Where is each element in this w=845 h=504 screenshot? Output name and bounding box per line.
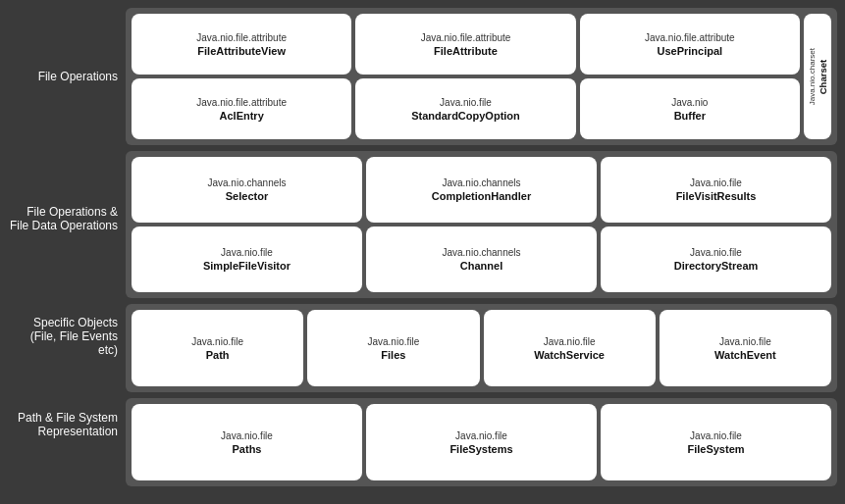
card-simplefilevisitor: Java.nio.file SimpleFileVisitor: [132, 227, 362, 292]
card-filesystem: Java.nio.file FileSystem: [601, 404, 831, 480]
card-buffer: Java.nio Buffer: [580, 78, 800, 139]
label-path-filesystem: Path & File System Representation: [8, 380, 126, 469]
card-row-1-1: Java.nio.file.attribute FileAttributeVie…: [132, 14, 800, 75]
card-channel: Java.nio.channels Channel: [366, 227, 597, 292]
section-file-operations: Java.nio.file.attribute FileAttributeVie…: [126, 8, 837, 145]
card-fileattributeview: Java.nio.file.attribute FileAttributeVie…: [132, 14, 351, 75]
label-file-operations: File Operations: [8, 8, 126, 145]
card-row-1-2: Java.nio.file.attribute AclEntry Java.ni…: [132, 78, 800, 139]
card-filesystems: Java.nio.file FileSystems: [366, 404, 597, 480]
card-row-2-2: Java.nio.file SimpleFileVisitor Java.nio…: [132, 227, 831, 292]
cards-main-1: Java.nio.file.attribute FileAttributeVie…: [132, 14, 800, 139]
card-charset: Java.nio.charset Charset: [804, 14, 831, 139]
card-aclentry: Java.nio.file.attribute AclEntry: [132, 78, 351, 139]
card-directorystream: Java.nio.file DirectoryStream: [601, 227, 831, 292]
label-specific-objects: Specific Objects (File, File Events etc): [8, 292, 126, 380]
card-path: Java.nio.file Path: [132, 310, 303, 386]
card-completionhandler: Java.nio.channels CompletionHandler: [366, 157, 597, 223]
card-row-4-1: Java.nio.file Paths Java.nio.file FileSy…: [132, 404, 831, 480]
card-files: Java.nio.file Files: [307, 310, 479, 386]
card-row-2-1: Java.nio.channels Selector Java.nio.chan…: [132, 157, 831, 223]
right-content: Java.nio.file.attribute FileAttributeVie…: [126, 8, 837, 496]
section-path-filesystem: Java.nio.file Paths Java.nio.file FileSy…: [126, 398, 837, 486]
card-standardcopyoption: Java.nio.file StandardCopyOption: [355, 78, 575, 139]
left-labels: File Operations File Operations & File D…: [8, 8, 126, 496]
section-file-operations-inner: Java.nio.file.attribute FileAttributeVie…: [132, 14, 831, 139]
section-specific-objects: Java.nio.file Path Java.nio.file Files J…: [126, 304, 837, 392]
card-watchservice: Java.nio.file WatchService: [484, 310, 656, 386]
card-watchevent: Java.nio.file WatchEvent: [660, 310, 831, 386]
card-paths: Java.nio.file Paths: [132, 404, 362, 480]
main-container: File Operations File Operations & File D…: [0, 0, 845, 504]
section-file-operations-data: Java.nio.channels Selector Java.nio.chan…: [126, 151, 837, 298]
card-fileattribute: Java.nio.file.attribute FileAttribute: [355, 14, 575, 75]
card-useprincipal: Java.nio.file.attribute UsePrincipal: [580, 14, 800, 75]
card-filevisitresults: Java.nio.file FileVisitResults: [601, 157, 831, 223]
card-row-3-1: Java.nio.file Path Java.nio.file Files J…: [132, 310, 831, 386]
card-selector: Java.nio.channels Selector: [132, 157, 362, 223]
label-file-operations-data: File Operations & File Data Operations: [8, 145, 126, 292]
